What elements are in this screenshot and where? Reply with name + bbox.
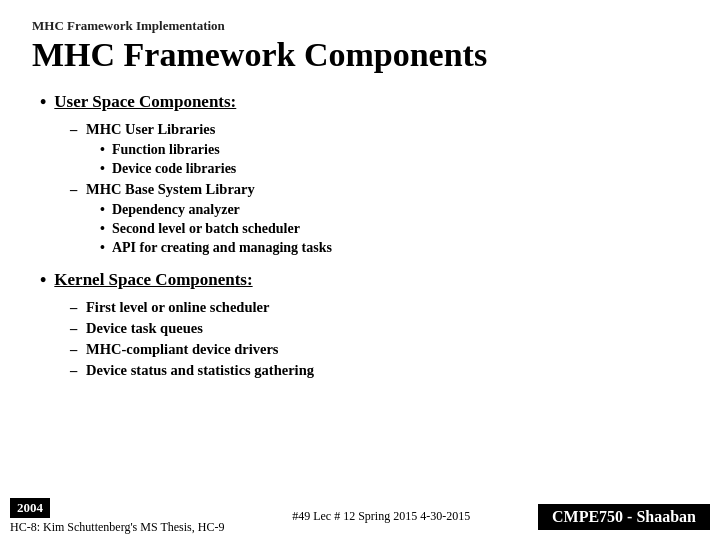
dot-item-function-libs: • Function libraries bbox=[100, 142, 690, 158]
main-title: MHC Framework Components bbox=[32, 36, 690, 74]
dash-item-user-libs-label: MHC User Libraries bbox=[86, 121, 215, 138]
footer-slide-info: #49 Lec # 12 Spring 2015 4-30-2015 bbox=[292, 509, 470, 524]
dash-item-task-queues-label: Device task queues bbox=[86, 320, 203, 337]
footer-year: 2004 bbox=[10, 498, 50, 518]
section-2-sub-list: – First level or online scheduler – Devi… bbox=[40, 299, 690, 379]
footer-course: HC-8: Kim Schuttenberg's MS Thesis, HC-9 bbox=[10, 520, 224, 535]
dot-item-batch-scheduler: • Second level or batch scheduler bbox=[100, 221, 690, 237]
dash-item-status-gather: – Device status and statistics gathering bbox=[70, 362, 690, 379]
dash-4: – bbox=[70, 320, 80, 337]
dot-item-device-code-libs: • Device code libraries bbox=[100, 161, 690, 177]
content-area: • User Space Components: – MHC User Libr… bbox=[30, 92, 690, 379]
dot-item-dep-analyzer: • Dependency analyzer bbox=[100, 202, 690, 218]
dash-item-base-lib: – MHC Base System Library bbox=[70, 181, 690, 198]
section-2-title: Kernel Space Components: bbox=[54, 270, 252, 290]
dash-2: – bbox=[70, 181, 80, 198]
dash-1: – bbox=[70, 121, 80, 138]
dot-2: • bbox=[100, 161, 105, 177]
dot-4: • bbox=[100, 221, 105, 237]
dot-item-api-tasks-label: API for creating and managing tasks bbox=[112, 240, 332, 256]
dash-item-device-drivers: – MHC-compliant device drivers bbox=[70, 341, 690, 358]
footer: 2004 HC-8: Kim Schuttenberg's MS Thesis,… bbox=[0, 494, 720, 540]
dash-6: – bbox=[70, 362, 80, 379]
dash-item-user-libs: – MHC User Libraries bbox=[70, 121, 690, 138]
section-2-header: • Kernel Space Components: bbox=[40, 270, 690, 291]
dash-item-base-lib-label: MHC Base System Library bbox=[86, 181, 255, 198]
top-label: MHC Framework Implementation bbox=[32, 18, 690, 34]
slide: MHC Framework Implementation MHC Framewo… bbox=[0, 0, 720, 540]
dot-item-device-code-libs-label: Device code libraries bbox=[112, 161, 236, 177]
dash-item-device-drivers-label: MHC-compliant device drivers bbox=[86, 341, 279, 358]
dash-item-first-level: – First level or online scheduler bbox=[70, 299, 690, 316]
section-1-header: • User Space Components: bbox=[40, 92, 690, 113]
dot-item-batch-scheduler-label: Second level or batch scheduler bbox=[112, 221, 300, 237]
bullet-2: • bbox=[40, 270, 46, 291]
dash-5: – bbox=[70, 341, 80, 358]
dot-1: • bbox=[100, 142, 105, 158]
dot-3: • bbox=[100, 202, 105, 218]
dot-item-api-tasks: • API for creating and managing tasks bbox=[100, 240, 690, 256]
bullet-1: • bbox=[40, 92, 46, 113]
dash-item-first-level-label: First level or online scheduler bbox=[86, 299, 269, 316]
dash-3: – bbox=[70, 299, 80, 316]
dash-item-task-queues: – Device task queues bbox=[70, 320, 690, 337]
dot-item-function-libs-label: Function libraries bbox=[112, 142, 220, 158]
footer-left: 2004 HC-8: Kim Schuttenberg's MS Thesis,… bbox=[10, 498, 224, 535]
section-1-title: User Space Components: bbox=[54, 92, 236, 112]
base-lib-dot-list: • Dependency analyzer • Second level or … bbox=[70, 202, 690, 256]
dash-item-status-gather-label: Device status and statistics gathering bbox=[86, 362, 314, 379]
dot-5: • bbox=[100, 240, 105, 256]
section-1-sub-list: – MHC User Libraries • Function librarie… bbox=[40, 121, 690, 256]
footer-badge: CMPE750 - Shaaban bbox=[538, 504, 710, 530]
user-libs-dot-list: • Function libraries • Device code libra… bbox=[70, 142, 690, 177]
dot-item-dep-analyzer-label: Dependency analyzer bbox=[112, 202, 240, 218]
